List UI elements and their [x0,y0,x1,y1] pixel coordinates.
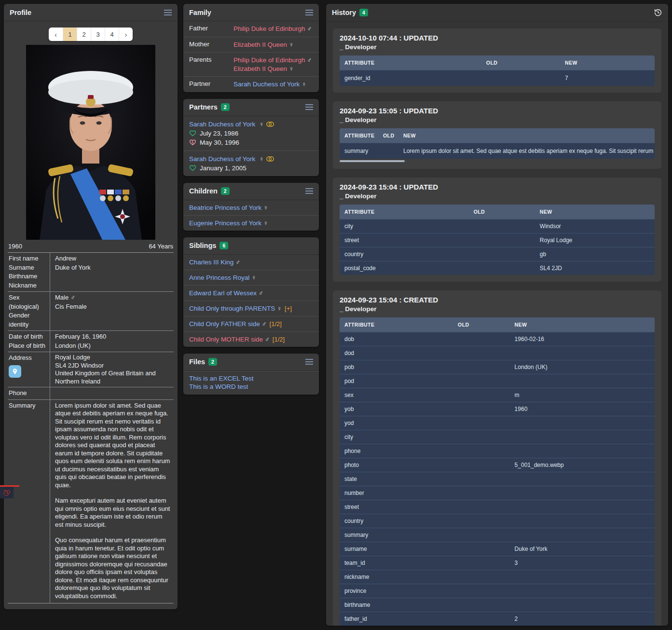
address-line-3: United Kingdom of Great Britain and Nort… [55,370,171,385]
history-row: country gb [340,247,655,261]
surname-value: Duke of York [55,263,171,273]
horizontal-scrollbar[interactable] [340,160,405,162]
male-icon: ♂ [262,320,267,328]
entry-user: _ Developer [340,305,655,313]
old-cell [453,500,510,514]
new-cell: 7 [560,70,655,86]
history-table: ATTRIBUTE OLD NEW summary Lorem ipsum do… [340,128,655,159]
file-link[interactable]: This is a WORD test [189,383,248,390]
history-entry: 2024-10-10 07:44 : UPDATED _ Developer A… [333,28,661,93]
history-entry: 2024-09-23 15:05 : UPDATED _ Developer A… [333,101,661,169]
family-panel: Family Father Philip Duke of Edinburgh♂ … [183,4,319,92]
attribute-cell: gender_id [340,70,481,86]
new-cell: London (UK) [510,360,655,374]
attribute-cell: birthname [340,598,453,612]
page-button-2[interactable]: 2 [77,27,91,41]
female-icon: ♀ [259,121,264,128]
pob-value: London (UK) [55,342,171,351]
person-link[interactable]: Beatrice Princess of York [189,204,261,211]
history-row: pod [340,374,655,388]
person-link[interactable]: Child Only FATHER side [189,320,260,328]
person-link[interactable]: Eugenie Princess of York [189,219,261,227]
male-icon: ♂ [259,289,263,297]
row-label: Parents [189,56,233,63]
new-cell: Lorem ipsum dolor sit amet. Sed quae atq… [398,143,655,159]
person-link[interactable]: Elizabeth II Queen [233,65,287,72]
sex-value: Male [55,294,69,301]
old-cell [453,584,510,598]
attribute-cell: phone [340,444,453,458]
old-cell [453,528,510,542]
address-label: Address [9,354,48,363]
debugbar-toggle[interactable] [0,485,19,498]
photo-pagination: ‹ 1 2 3 4 › [4,27,178,41]
attribute-cell: number [340,486,453,500]
child-row: Beatrice Princess of York♀ [183,200,319,215]
life-span-row: 1960 64 Years [4,240,178,252]
page-button-4[interactable]: 4 [105,27,119,41]
new-cell [510,514,655,528]
history-row: summary Lorem ipsum dolor sit amet. Sed … [340,143,655,159]
menu-icon[interactable] [305,10,313,15]
male-icon: ♂ [265,336,270,343]
sibling-row: Child Only FATHER side♂[1/2] [183,316,319,331]
person-link[interactable]: Charles III King [189,259,233,266]
surname-label: Surname [9,263,48,273]
menu-icon[interactable] [305,188,313,194]
partners-title: Partners [189,103,218,111]
history-row: phone [340,444,655,458]
phone-group: Phone [8,387,174,399]
history-row: team_id 3 [340,556,655,570]
attribute-cell: nickname [340,570,453,584]
prev-page-button[interactable]: ‹ [49,27,63,41]
entry-title: 2024-10-10 07:44 : UPDATED [340,34,655,42]
sibling-row: Anne Princess Royal♀ [183,270,319,285]
history-row: photo 5_001_demo.webp [340,458,655,472]
page-button-1[interactable]: 1 [63,27,77,41]
person-link[interactable]: Sarah Duchess of York [233,81,300,88]
person-link[interactable]: Sarah Duchess of York [189,121,255,128]
next-page-button[interactable]: › [119,27,133,41]
person-link[interactable]: Child Only through PARENTS [189,305,275,312]
siblings-title: Siblings [189,242,216,249]
history-row: yod [340,416,655,430]
col-new: NEW [560,55,655,70]
col-new: NEW [398,128,655,143]
attribute-cell: yod [340,416,453,430]
menu-icon[interactable] [164,10,172,15]
summary-paragraph-2: Nam excepturi autem aut eveniet autem qu… [55,497,171,529]
laravel-icon [3,489,11,496]
attribute-cell: photo [340,458,453,472]
attribute-cell: father_id [340,612,453,626]
person-link[interactable]: Edward Earl of Wessex [189,289,257,297]
first-name-label: First name [9,254,48,263]
new-cell [510,444,655,458]
person-link[interactable]: Philip Duke of Edinburgh [233,25,305,32]
history-row: postal_code SL4 2JD [340,261,655,275]
person-link[interactable]: Elizabeth II Queen [233,41,287,48]
person-link[interactable]: Child Only MOTHER side [189,336,263,343]
history-icon[interactable] [654,8,662,17]
page-button-3[interactable]: 3 [91,27,105,41]
map-pin-button[interactable] [9,365,21,378]
birth-group: Date of birth Place of birth February 16… [8,330,174,352]
age: 64 Years [149,243,173,250]
entry-user: _ Developer [340,192,655,200]
female-icon: ♀ [251,274,256,281]
history-row: sex m [340,388,655,402]
history-row: dob 1960-02-16 [340,332,655,346]
history-row: surname Duke of York [340,542,655,556]
count-badge: 2 [208,358,217,366]
attribute-cell: postal_code [340,261,469,275]
person-link[interactable]: Sarah Duchess of York [189,155,255,163]
person-link[interactable]: Anne Princess Royal [189,274,249,281]
menu-icon[interactable] [305,104,313,110]
partners-panel: Partners 2 Sarah Duchess of York ♀ July … [183,99,319,176]
history-panel: History 4 2024-10-10 07:44 : UPDATED _ D… [326,4,668,626]
file-link[interactable]: This is an EXCEL Test [189,375,254,382]
profile-photo[interactable] [4,45,178,240]
person-link[interactable]: Philip Duke of Edinburgh [233,56,305,64]
old-cell [378,143,398,159]
children-title: Children [189,187,218,195]
menu-icon[interactable] [305,359,313,365]
